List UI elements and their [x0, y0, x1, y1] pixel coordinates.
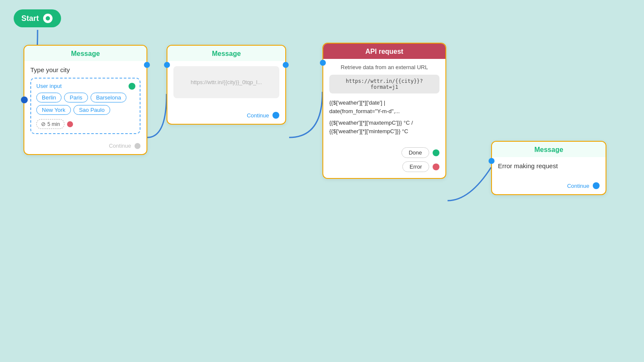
card1-right-connector [144, 62, 150, 68]
error-card-header: Message [492, 142, 606, 157]
error-action: Error [402, 161, 439, 172]
error-dot [433, 163, 439, 170]
done-button[interactable]: Done [401, 147, 429, 158]
error-button[interactable]: Error [402, 161, 429, 172]
start-label: Start [21, 14, 39, 23]
url-preview-text: https://wttr.in/{{city}}_0tqp_l... [191, 79, 262, 85]
card2-right-connector [283, 62, 289, 68]
api-description: Retrieve data from an external URL [329, 64, 439, 70]
timer-icon: ⊘ [41, 121, 46, 127]
timer-red-dot [67, 121, 73, 127]
user-input-box: User input Berlin Paris Barselona New Yo… [30, 78, 141, 134]
card1-continue-row: Continue [24, 139, 146, 154]
api-request-card: API request Retrieve data from an extern… [322, 43, 446, 179]
error-continue-label[interactable]: Continue [567, 183, 589, 189]
card2-continue-row: Continue [167, 108, 285, 124]
done-action: Done [401, 147, 439, 158]
api-header: API request [323, 44, 445, 59]
error-continue-dot [593, 182, 600, 189]
tag-saopaulo[interactable]: Sao Paulo [73, 105, 110, 115]
done-dot [433, 149, 439, 156]
error-continue-row: Continue [492, 179, 606, 194]
user-input-green-dot [129, 83, 135, 90]
card1-body-text: Type your city [30, 66, 141, 73]
card1-continue-dot [135, 143, 141, 149]
timer-row: ⊘ 5 min [36, 119, 135, 129]
tag-berlin[interactable]: Berlin [36, 93, 61, 102]
start-button[interactable]: Start [14, 9, 61, 27]
api-template-line2: {{$['weather'][*]['maxtempC']}} °C / {{$… [329, 119, 439, 135]
user-input-label: User input [36, 83, 135, 89]
api-left-connector [320, 60, 326, 66]
api-template-line1: {{$['weather'][*]['date'] | date(from_fo… [329, 99, 439, 115]
card1-header: Message [24, 46, 146, 61]
card1-left-connector [21, 96, 28, 103]
start-icon [43, 14, 53, 23]
api-actions: Done Error [323, 144, 445, 178]
card2-continue-label[interactable]: Continue [247, 112, 269, 119]
card1-continue-label[interactable]: Continue [109, 143, 131, 149]
error-body-text: Error making request [498, 162, 600, 169]
card2-header: Message [167, 46, 285, 61]
tag-newyork[interactable]: New York [36, 105, 71, 115]
api-url: https://wttr.in/{{city}}?format=j1 [329, 75, 439, 93]
tag-barselona[interactable]: Barselona [91, 93, 127, 102]
message-card-1: Message Type your city User input Berlin… [23, 45, 147, 155]
card2-continue-dot [272, 112, 279, 119]
tag-paris[interactable]: Paris [64, 93, 88, 102]
message-card-2: Message https://wttr.in/{{city}}_0tqp_l.… [167, 45, 286, 125]
card2-left-connector [164, 62, 170, 68]
error-message-card: Message Error making request Continue [491, 141, 606, 195]
timer-badge: ⊘ 5 min [36, 119, 64, 129]
timer-value: 5 min [47, 121, 60, 127]
url-preview: https://wttr.in/{{city}}_0tqp_l... [173, 66, 279, 98]
error-card-left-connector [489, 158, 495, 164]
city-tags: Berlin Paris Barselona New York Sao Paul… [36, 93, 135, 115]
